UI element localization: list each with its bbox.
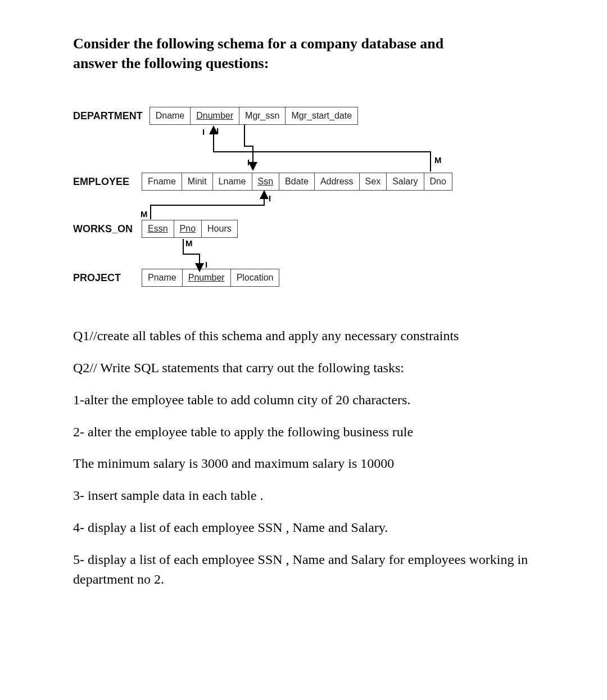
question-item: Q2// Write SQL statements that carry out…	[73, 358, 540, 378]
questions-block: Q1//create all tables of this schema and…	[73, 326, 540, 589]
col: Minit	[182, 173, 212, 191]
col: Sex	[359, 173, 387, 191]
col: Pname	[142, 269, 182, 287]
col: Salary	[386, 173, 423, 191]
table-name-works-on: WORKS_ON	[73, 223, 142, 235]
col: Bdate	[279, 173, 314, 191]
question-item: 3- insert sample data in each table .	[73, 486, 540, 505]
schema-diagram: DEPARTMENT Dname Dnumber Mgr_ssn Mgr_sta…	[73, 107, 455, 287]
col: Hours	[201, 220, 238, 238]
table-project: PROJECT Pname Pnumber Plocation	[73, 269, 455, 287]
col: Lname	[212, 173, 252, 191]
col: Mgr_ssn	[239, 107, 285, 125]
col-key: Dnumber	[190, 107, 239, 125]
intro-line-2: answer the following questions:	[73, 55, 269, 71]
col-key: Ssn	[252, 173, 279, 191]
table-employee: EMPLOYEE Fname Minit Lname Ssn Bdate Add…	[73, 173, 455, 191]
question-item: 2- alter the employee table to apply the…	[73, 422, 540, 442]
col-key: Essn	[142, 220, 174, 238]
question-item: 4- display a list of each employee SSN ,…	[73, 518, 540, 538]
question-item: 5- display a list of each employee SSN ,…	[73, 550, 540, 589]
col: Address	[314, 173, 359, 191]
question-item: The minimum salary is 3000 and maximum s…	[73, 454, 540, 473]
table-name-employee: EMPLOYEE	[73, 176, 142, 188]
col: Fname	[142, 173, 182, 191]
table-works-on: WORKS_ON Essn Pno Hours	[73, 220, 455, 238]
question-item: 1-alter the employee table to add column…	[73, 390, 540, 410]
col: Dno	[424, 173, 452, 191]
col: Plocation	[230, 269, 280, 287]
col-key: Pno	[174, 220, 201, 238]
question-item: Q1//create all tables of this schema and…	[73, 326, 540, 346]
intro-line-1: Consider the following schema for a comp…	[73, 35, 443, 52]
table-name-department: DEPARTMENT	[73, 110, 150, 122]
col: Dname	[150, 107, 191, 125]
table-name-project: PROJECT	[73, 272, 142, 284]
col-key: Pnumber	[182, 269, 230, 287]
intro-heading: Consider the following schema for a comp…	[73, 34, 540, 73]
table-department: DEPARTMENT Dname Dnumber Mgr_ssn Mgr_sta…	[73, 107, 455, 125]
col: Mgr_start_date	[285, 107, 358, 125]
